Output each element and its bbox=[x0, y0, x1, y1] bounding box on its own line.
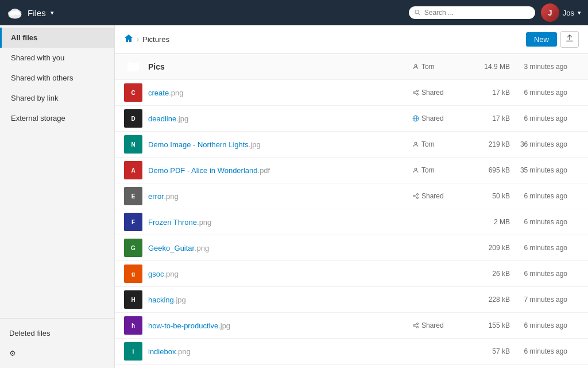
file-time: 6 minutes ago bbox=[510, 218, 579, 226]
file-size: 26 kB bbox=[470, 270, 510, 278]
svg-line-10 bbox=[415, 91, 417, 93]
file-name: Frozen Throne.png bbox=[148, 218, 412, 227]
table-row[interactable]: PicsTom14.9 MB3 minutes ago bbox=[115, 54, 588, 80]
file-size: 219 kB bbox=[470, 140, 510, 148]
svg-point-7 bbox=[417, 90, 419, 92]
globe-share-icon bbox=[412, 115, 419, 122]
table-row[interactable]: ADemo PDF - Alice in Wonderland.pdfTom69… bbox=[115, 158, 588, 183]
table-row[interactable]: Ddeadline.jpgShared17 kB6 minutes ago bbox=[115, 106, 588, 132]
share-icon bbox=[412, 193, 419, 200]
svg-point-4 bbox=[415, 10, 419, 14]
svg-point-15 bbox=[415, 142, 417, 144]
user-name: Jos bbox=[563, 9, 574, 17]
sidebar-item-all-files[interactable]: All files bbox=[0, 28, 114, 48]
search-input[interactable] bbox=[424, 9, 529, 17]
svg-line-25 bbox=[415, 324, 417, 325]
file-time: 7 minutes ago bbox=[510, 296, 579, 304]
file-share: Shared bbox=[412, 321, 470, 329]
svg-point-9 bbox=[417, 94, 419, 95]
file-share: Tom bbox=[412, 166, 470, 174]
file-thumbnail: D bbox=[124, 109, 142, 128]
svg-point-18 bbox=[413, 195, 415, 197]
file-size: 2 MB bbox=[470, 218, 510, 226]
table-row[interactable]: hhow-to-be-productive.jpgShared155 kB6 m… bbox=[115, 313, 588, 339]
sidebar-label-external-storage: External storage bbox=[11, 114, 65, 122]
file-size: 17 kB bbox=[470, 89, 510, 97]
table-row[interactable]: iindiebox.png57 kB6 minutes ago bbox=[115, 339, 588, 365]
sidebar-deleted-files[interactable]: Deleted files bbox=[0, 323, 114, 343]
svg-point-6 bbox=[415, 64, 417, 67]
table-row[interactable]: Eerror.pngShared50 kB6 minutes ago bbox=[115, 183, 588, 209]
file-thumbnail: N bbox=[124, 135, 142, 154]
upload-button[interactable] bbox=[560, 31, 579, 48]
file-size: 695 kB bbox=[470, 166, 510, 174]
search-bar[interactable] bbox=[409, 6, 535, 19]
file-name: deadline.jpg bbox=[148, 114, 412, 123]
main-layout: All files Shared with you Shared with ot… bbox=[0, 25, 588, 368]
svg-point-19 bbox=[417, 197, 419, 199]
file-time: 6 minutes ago bbox=[510, 114, 579, 122]
svg-point-16 bbox=[415, 168, 417, 170]
sidebar-label-shared-with-you: Shared with you bbox=[11, 53, 64, 62]
file-time: 6 minutes ago bbox=[510, 244, 579, 252]
file-share: Tom bbox=[412, 140, 470, 148]
table-row[interactable]: ggsoc.png26 kB6 minutes ago bbox=[115, 261, 588, 287]
svg-point-23 bbox=[413, 325, 415, 327]
file-name: Pics bbox=[148, 62, 412, 71]
table-row[interactable]: FFrozen Throne.png2 MB6 minutes ago bbox=[115, 209, 588, 235]
header: Files ▾ J Jos ▾ bbox=[0, 0, 588, 25]
table-row[interactable]: Hhacking.jpg228 kB7 minutes ago bbox=[115, 287, 588, 313]
breadcrumb-home[interactable] bbox=[124, 34, 133, 45]
app-name: Files bbox=[28, 8, 46, 18]
user-share-icon bbox=[412, 167, 419, 174]
folder-icon bbox=[126, 60, 140, 74]
file-thumbnail: H bbox=[124, 290, 142, 309]
sidebar-nav: All files Shared with you Shared with ot… bbox=[0, 25, 114, 318]
share-label: Tom bbox=[421, 140, 435, 148]
file-share: Tom bbox=[412, 63, 470, 71]
sidebar-item-shared-by-link[interactable]: Shared by link bbox=[0, 88, 114, 108]
file-list: PicsTom14.9 MB3 minutes agoCcreate.pngSh… bbox=[115, 54, 588, 368]
user-dropdown-icon: ▾ bbox=[578, 9, 581, 17]
file-name: error.png bbox=[148, 192, 412, 201]
svg-point-24 bbox=[417, 327, 419, 328]
user-menu[interactable]: J Jos ▾ bbox=[541, 3, 581, 22]
sidebar-label-shared-by-link: Shared by link bbox=[11, 94, 58, 102]
upload-icon bbox=[566, 34, 574, 43]
svg-point-8 bbox=[413, 92, 415, 94]
sidebar-item-shared-with-you[interactable]: Shared with you bbox=[0, 48, 114, 68]
file-thumbnail: h bbox=[124, 316, 142, 335]
file-thumbnail: A bbox=[124, 161, 142, 179]
share-label: Tom bbox=[421, 166, 435, 174]
sidebar-settings[interactable]: ⚙ bbox=[0, 343, 114, 363]
file-thumbnail: F bbox=[124, 213, 142, 231]
app-logo[interactable]: Files ▾ bbox=[7, 5, 54, 21]
search-icon bbox=[415, 9, 421, 16]
file-thumbnail: i bbox=[124, 342, 142, 361]
sidebar-label-shared-with-others: Shared with others bbox=[11, 74, 73, 82]
file-size: 155 kB bbox=[470, 321, 510, 329]
avatar-img: J bbox=[541, 3, 559, 22]
share-label: Shared bbox=[421, 114, 444, 122]
svg-line-21 bbox=[415, 197, 417, 198]
table-row[interactable]: kkonqui-framework_small.pngShared75 kB6 … bbox=[115, 365, 588, 368]
file-size: 209 kB bbox=[470, 244, 510, 252]
user-share-icon bbox=[412, 63, 419, 70]
file-list-container[interactable]: PicsTom14.9 MB3 minutes agoCcreate.pngSh… bbox=[115, 54, 588, 368]
avatar: J bbox=[541, 3, 559, 22]
app-dropdown-icon[interactable]: ▾ bbox=[51, 9, 54, 17]
file-thumbnail: C bbox=[124, 83, 142, 102]
file-time: 36 minutes ago bbox=[510, 140, 579, 148]
sidebar-item-shared-with-others[interactable]: Shared with others bbox=[0, 68, 114, 88]
new-button[interactable]: New bbox=[526, 32, 557, 47]
sidebar-item-external-storage[interactable]: External storage bbox=[0, 108, 114, 128]
file-name: hacking.jpg bbox=[148, 296, 412, 304]
table-row[interactable]: Ccreate.pngShared17 kB6 minutes ago bbox=[115, 80, 588, 106]
file-thumbnail bbox=[124, 57, 142, 76]
table-row[interactable]: NDemo Image - Northern Lights.jpgTom219 … bbox=[115, 132, 588, 158]
file-time: 6 minutes ago bbox=[510, 321, 579, 329]
breadcrumb-bar: › Pictures New bbox=[115, 25, 588, 54]
settings-icon: ⚙ bbox=[9, 349, 16, 358]
table-row[interactable]: GGeeko_Guitar.png209 kB6 minutes ago bbox=[115, 235, 588, 261]
sidebar-label-all-files: All files bbox=[11, 33, 37, 42]
